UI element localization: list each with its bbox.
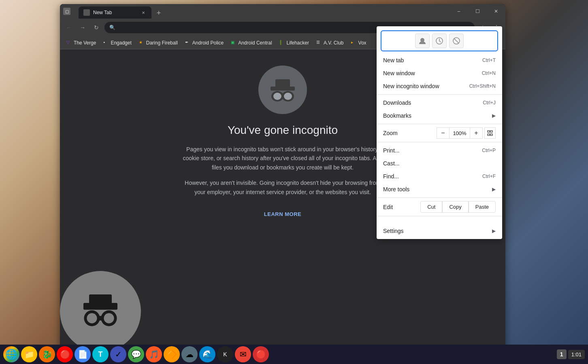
taskbar: 🌐 📁 🐉 🔴 📄 T ✓ 💬 🎵 🔶 ☁ 🌊 K ✉ 🔴 1 1:01: [0, 345, 588, 364]
close-button[interactable]: ✕: [487, 4, 505, 19]
menu-divider-4: [377, 197, 502, 198]
bookmark-avclub[interactable]: ☰ A.V. Club: [313, 38, 347, 48]
menu-edit-row: Edit Cut Copy Paste: [377, 199, 502, 214]
svg-point-4: [87, 313, 97, 323]
taskbar-docs[interactable]: 📄: [75, 346, 91, 362]
maximize-button[interactable]: ☐: [468, 4, 487, 19]
svg-rect-21: [488, 134, 490, 135]
svg-rect-22: [490, 134, 492, 135]
zoom-out-button[interactable]: −: [437, 127, 450, 139]
bookmark-androidpolice[interactable]: ✒ Android Police: [182, 38, 227, 48]
reload-button[interactable]: ↻: [91, 22, 102, 33]
workspace-indicator[interactable]: 1: [557, 349, 567, 359]
title-bar: ▢ New Tab ✕ + – ☐ ✕: [60, 4, 505, 19]
menu-bookmarks[interactable]: Bookmarks ▶: [377, 109, 502, 122]
taskbar-icon-t[interactable]: T: [92, 346, 109, 362]
taskbar-music[interactable]: 🎵: [146, 346, 162, 362]
svg-rect-9: [275, 79, 290, 87]
incognito-paragraph2: However, you aren't invisible. Going inc…: [181, 178, 384, 197]
extension-icon-1: ▢: [63, 8, 70, 15]
new-tab-button[interactable]: +: [153, 7, 164, 19]
incognito-paragraph1: Pages you view in incognito tabs won't s…: [181, 145, 384, 172]
taskbar-check[interactable]: ✓: [110, 346, 126, 362]
minimize-button[interactable]: –: [450, 4, 468, 19]
tab-favicon: [83, 9, 90, 16]
cut-button[interactable]: Cut: [420, 201, 442, 213]
menu-divider-5: [377, 216, 502, 216]
taskbar-youtube[interactable]: 🔴: [57, 346, 73, 362]
incognito-svg: [266, 74, 299, 106]
taskbar-icon-3[interactable]: 🐉: [39, 346, 55, 362]
zoom-value: 100%: [450, 127, 470, 139]
svg-rect-14: [282, 95, 284, 98]
svg-point-5: [104, 313, 114, 323]
menu-more-tools[interactable]: More tools ▶: [377, 183, 502, 196]
large-incognito-icon: [60, 271, 141, 352]
active-tab[interactable]: New Tab ✕: [79, 6, 151, 19]
menu-new-tab[interactable]: New tab Ctrl+T: [377, 54, 502, 67]
theverge-icon: ▽: [66, 40, 72, 46]
taskbar-cloud[interactable]: ☁: [181, 346, 198, 362]
incognito-heading: You've gone incognito: [228, 124, 338, 137]
taskbar-chat[interactable]: 💬: [128, 346, 144, 362]
tab-close-button[interactable]: ✕: [140, 9, 147, 16]
taskbar-mail[interactable]: ✉: [235, 346, 251, 362]
back-button[interactable]: ←: [63, 22, 75, 33]
menu-divider-3: [377, 142, 502, 142]
svg-rect-1: [89, 294, 112, 305]
window-controls: – ☐ ✕: [450, 4, 505, 19]
menu-nosign-button[interactable]: [449, 34, 464, 48]
menu-divider-1: [377, 94, 502, 95]
extensions-area: ▢: [63, 8, 72, 15]
menu-new-incognito-window[interactable]: New incognito window Ctrl+Shift+N: [377, 80, 502, 93]
menu-avatar-button[interactable]: [415, 34, 430, 48]
taskbar-icon-red[interactable]: 🔴: [253, 346, 269, 362]
tab-label: New Tab: [93, 10, 112, 15]
learn-more-link[interactable]: LEARN MORE: [264, 211, 301, 217]
androidpolice-icon: ✒: [185, 40, 191, 46]
menu-help[interactable]: Settings ▶: [377, 224, 502, 237]
tab-bar: New Tab ✕ +: [75, 4, 164, 19]
zoom-in-button[interactable]: +: [470, 127, 483, 139]
copy-button[interactable]: Copy: [442, 201, 468, 213]
svg-rect-7: [99, 316, 102, 320]
bookmark-vox[interactable]: ▸ Vox: [348, 38, 370, 48]
time: 1:01: [571, 351, 582, 358]
avclub-icon: ☰: [316, 40, 322, 46]
zoom-controls: − 100% +: [437, 127, 483, 139]
daringfireball-icon: ★: [139, 40, 145, 46]
bookmark-androidcentral[interactable]: ▣ Android Central: [228, 38, 275, 48]
bookmark-daringfireball[interactable]: ★ Daring Fireball: [136, 38, 181, 48]
menu-downloads[interactable]: Downloads Ctrl+J: [377, 96, 502, 109]
svg-point-13: [284, 93, 292, 100]
menu-cast[interactable]: Cast...: [377, 157, 502, 170]
menu-history-button[interactable]: [432, 34, 447, 48]
incognito-icon-circle: [258, 66, 307, 114]
menu-print[interactable]: Print... Ctrl+P: [377, 144, 502, 157]
taskbar-kindle[interactable]: K: [217, 346, 233, 362]
paste-button[interactable]: Paste: [469, 201, 496, 213]
taskbar-wave[interactable]: 🌊: [199, 346, 215, 362]
engadget-icon: ▪: [103, 40, 109, 46]
svg-rect-20: [490, 131, 492, 132]
taskbar-chrome[interactable]: 🌐: [3, 346, 19, 362]
forward-button[interactable]: →: [77, 22, 88, 33]
bookmark-engadget[interactable]: ▪ Engadget: [100, 38, 134, 48]
menu-new-window[interactable]: New window Ctrl+N: [377, 67, 502, 80]
search-icon: 🔍: [109, 25, 115, 30]
menu-divider-2: [377, 124, 502, 124]
menu-profile-icons: [381, 30, 498, 51]
vox-icon: ▸: [351, 40, 357, 46]
androidcentral-icon: ▣: [231, 40, 236, 46]
svg-line-18: [454, 38, 459, 43]
bookmark-lifehacker[interactable]: ║ Lifehacker: [276, 38, 312, 48]
taskbar-cone[interactable]: 🔶: [164, 346, 180, 362]
menu-find[interactable]: Find... Ctrl+F: [377, 170, 502, 183]
bookmark-theverge[interactable]: ▽ The Verge: [63, 38, 99, 48]
menu-zoom-row: Zoom − 100% +: [377, 126, 502, 140]
chrome-dropdown-menu: New tab Ctrl+T New window Ctrl+N New inc…: [377, 26, 502, 239]
lifehacker-icon: ║: [279, 40, 285, 46]
fullscreen-button[interactable]: [484, 127, 496, 139]
menu-settings[interactable]: [377, 218, 502, 224]
taskbar-files[interactable]: 📁: [21, 346, 37, 362]
